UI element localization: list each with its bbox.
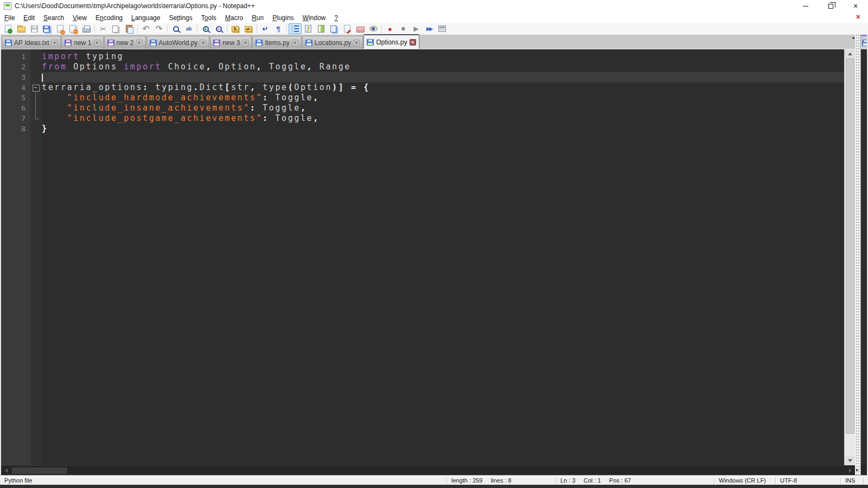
minimize-button[interactable]	[793, 0, 818, 12]
menu-[interactable]: ?	[330, 13, 342, 23]
tab-close-icon[interactable]: ×	[51, 40, 58, 46]
menu-settings[interactable]: Settings	[164, 13, 196, 23]
replace-button[interactable]	[182, 23, 195, 34]
tab-close-icon[interactable]: ×	[136, 40, 143, 46]
edit-marker-button[interactable]	[341, 23, 354, 34]
menu-tools[interactable]: Tools	[197, 13, 221, 23]
menu-macro[interactable]: Macro	[221, 13, 247, 23]
menu-plugins[interactable]: Plugins	[268, 13, 298, 23]
code-text[interactable]: "include_postgame_achievements": Toggle,	[42, 113, 844, 124]
menu-view[interactable]: View	[68, 13, 91, 23]
scroll-right-button[interactable]	[845, 466, 855, 475]
zoom-out-button[interactable]: −	[212, 23, 225, 34]
tab-new-2[interactable]: new 2×	[104, 36, 146, 49]
tab-ap-ideas-txt[interactable]: AP Ideas.txt×	[2, 36, 61, 49]
document-map-button[interactable]	[315, 23, 328, 34]
scroll-up-button[interactable]	[845, 49, 855, 59]
folder-as-workspace-button[interactable]	[354, 23, 367, 34]
tab-new-1[interactable]: new 1×	[61, 36, 103, 49]
close-document-icon[interactable]: ×	[856, 12, 860, 21]
menu-run[interactable]: Run	[247, 13, 268, 23]
code-editor[interactable]: 1import typing2from Options import Choic…	[1, 49, 844, 465]
menu-window[interactable]: Window	[298, 13, 330, 23]
scroll-down-button[interactable]	[845, 456, 855, 465]
paste-button[interactable]	[123, 23, 136, 34]
code-text[interactable]: }	[42, 124, 844, 134]
macro-save-button[interactable]	[436, 23, 449, 34]
tab-close-icon[interactable]: ×	[292, 40, 298, 46]
save-button[interactable]	[28, 23, 41, 34]
close-all-button[interactable]	[67, 23, 80, 34]
tab-label: new 3	[222, 39, 240, 47]
macro-stop-button[interactable]: ■	[397, 23, 410, 34]
tab-close-icon[interactable]: ×	[94, 40, 100, 46]
cut-button[interactable]: ✂	[97, 23, 110, 34]
tab-close-icon[interactable]: ×	[410, 39, 416, 46]
menu-language[interactable]: Language	[127, 13, 164, 23]
toolbar-separator	[381, 24, 382, 33]
show-all-chars-button[interactable]	[272, 23, 285, 34]
word-wrap-button[interactable]	[259, 23, 272, 34]
modified-file-icon	[65, 40, 72, 46]
view-splitter[interactable]: ◄ ►	[855, 35, 860, 475]
tab-items-py[interactable]: Items.py×	[252, 36, 301, 49]
menu-encoding[interactable]: Encoding	[91, 13, 127, 23]
function-list-button[interactable]: ƒ	[302, 23, 315, 34]
new-file-button[interactable]	[2, 23, 15, 34]
menu-search[interactable]: Search	[39, 13, 68, 23]
vertical-scrollbar-thumb[interactable]	[846, 59, 854, 434]
tab-close-icon[interactable]: ×	[200, 40, 206, 46]
secondary-view-hscroll[interactable]	[861, 465, 867, 475]
macro-play-button[interactable]: ▶	[410, 23, 423, 34]
monitoring-button[interactable]	[367, 23, 380, 34]
horizontal-scrollbar[interactable]	[1, 465, 855, 475]
document-list-button[interactable]	[328, 23, 341, 34]
fold-collapse-icon[interactable]	[30, 82, 42, 93]
scroll-left-button[interactable]	[1, 466, 11, 475]
code-text[interactable]: "include_insane_achievements": Toggle,	[42, 103, 844, 113]
macro-run-multiple-button[interactable]: ▶▶	[423, 23, 436, 34]
zoom-out-icon: −	[216, 26, 222, 32]
tab-new-3[interactable]: new 3×	[210, 36, 252, 49]
menu-file[interactable]: File	[0, 13, 19, 23]
copy-button[interactable]	[110, 23, 123, 34]
sync-horizontal-button[interactable]: ⇄	[242, 23, 255, 34]
tab-close-icon[interactable]: ×	[353, 40, 360, 46]
open-button[interactable]	[15, 23, 28, 34]
tab-autoworld-py[interactable]: AutoWorld.py×	[146, 36, 210, 49]
save-icon	[31, 25, 38, 33]
secondary-view-editor[interactable]	[861, 49, 867, 465]
code-text[interactable]	[42, 72, 844, 82]
tab-options-py[interactable]: Options.py×	[363, 34, 419, 49]
find-button[interactable]	[169, 23, 182, 34]
menu-edit[interactable]: Edit	[19, 13, 39, 23]
code-text[interactable]: terraria_options: typing.Dict[str, type(…	[42, 82, 844, 93]
restore-button[interactable]	[818, 0, 843, 12]
redo-button[interactable]: ↷	[152, 23, 165, 34]
tab-close-icon[interactable]: ×	[242, 40, 248, 46]
sync-vertical-button[interactable]: ⇅	[229, 23, 242, 34]
code-line-3: 3	[1, 72, 844, 82]
code-text[interactable]: import typing	[42, 52, 844, 62]
tab-scroll-left-icon[interactable]: ◄	[851, 36, 855, 40]
arrow-right-icon	[849, 468, 852, 473]
toolbar-separator	[197, 24, 197, 33]
print-button[interactable]	[80, 23, 93, 34]
zoom-in-button[interactable]: +	[199, 23, 212, 34]
close-file-icon	[57, 25, 63, 33]
secondary-view-tab[interactable]	[861, 35, 867, 49]
code-text[interactable]: from Options import Choice, Option, Togg…	[42, 62, 844, 72]
vertical-scrollbar[interactable]	[844, 49, 855, 465]
save-all-button[interactable]	[41, 23, 54, 34]
code-text[interactable]: "include_hardmode_achievements": Toggle,	[42, 93, 844, 103]
horizontal-scrollbar-thumb[interactable]	[12, 467, 67, 474]
folder-as-workspace-icon	[356, 27, 365, 33]
indent-guide-button[interactable]	[289, 23, 302, 34]
tab-label: Items.py	[265, 39, 289, 47]
close-button[interactable]: ×	[843, 0, 868, 12]
close-file-button[interactable]	[54, 23, 67, 34]
tab-locations-py[interactable]: Locations.py×	[302, 36, 363, 49]
save-all-icon	[43, 25, 50, 33]
undo-button[interactable]: ↶	[139, 23, 152, 34]
macro-record-button[interactable]: ●	[384, 23, 397, 34]
